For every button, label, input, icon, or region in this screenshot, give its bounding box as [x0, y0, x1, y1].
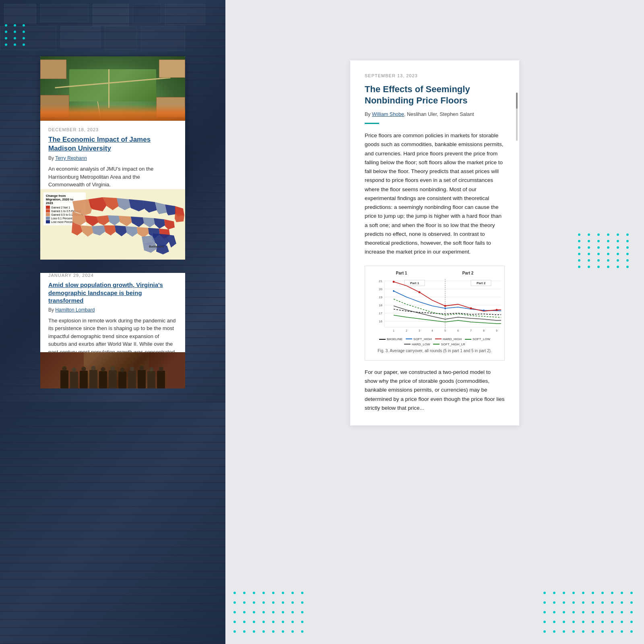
- article-hero-image: [40, 56, 185, 121]
- article-1-author-link[interactable]: Terry Rephann: [55, 155, 87, 161]
- svg-point-67: [496, 309, 498, 311]
- chart-part2-label: Part 2: [435, 271, 501, 275]
- svg-point-63: [393, 281, 395, 283]
- svg-marker-15: [154, 218, 165, 229]
- svg-marker-5: [143, 200, 157, 213]
- scrollbar-thumb[interactable]: [516, 93, 518, 109]
- svg-marker-11: [108, 215, 120, 225]
- svg-marker-13: [131, 217, 144, 227]
- svg-marker-12: [119, 216, 132, 226]
- legend-soft-high-label: SOFT_HIGH: [413, 337, 432, 341]
- article-detail-card: SEPTEMBER 13, 2023 The Effects of Seemin…: [350, 60, 519, 425]
- svg-marker-21: [115, 225, 127, 236]
- svg-marker-18: [80, 225, 93, 237]
- legend-soft-low: SOFT_LOW: [465, 337, 490, 341]
- article-1-title[interactable]: The Economic Impact of James Madison Uni…: [48, 135, 177, 153]
- legend-soft-low-label: SOFT_LOW: [473, 337, 490, 341]
- article-author-link[interactable]: William Shobe: [372, 111, 404, 117]
- svg-marker-19: [92, 225, 105, 235]
- svg-marker-4: [129, 199, 145, 211]
- right-panel: SEPTEMBER 13, 2023 The Effects of Seemin…: [225, 0, 644, 644]
- svg-marker-23: [137, 227, 149, 237]
- article-detail-date: SEPTEMBER 13, 2023: [365, 73, 505, 78]
- article-detail-authors: By William Shobe, Neslihan Uler, Stephen…: [365, 111, 505, 117]
- dots-decoration-left: [5, 24, 27, 46]
- virginia-map-image: Change fromMigration, 2020 to2023 Gained…: [40, 189, 185, 260]
- group-photo: [40, 352, 185, 388]
- article-divider: [365, 123, 379, 124]
- svg-text:6: 6: [457, 329, 459, 332]
- article-body-2: For our paper, we constructed a two-peri…: [365, 368, 505, 413]
- svg-point-64: [419, 291, 421, 293]
- svg-marker-3: [117, 198, 131, 210]
- svg-text:21: 21: [379, 279, 382, 283]
- article-1-author: By Terry Rephann: [48, 155, 177, 161]
- article-2-date: JANUARY 29, 2024: [48, 273, 177, 278]
- line-chart-svg: 21 20 19 18 17 16 1 2 3 4 5 6 7 8 9 10: [368, 277, 501, 333]
- svg-text:18: 18: [379, 303, 382, 307]
- svg-text:Part 2: Part 2: [477, 281, 486, 285]
- dots-bottom-right: [543, 592, 636, 636]
- svg-marker-20: [104, 225, 116, 235]
- legend-baseline: BASELINE: [379, 337, 402, 341]
- dots-right-decoration: [578, 233, 632, 268]
- svg-text:1: 1: [393, 329, 394, 332]
- chart-part-labels: Part 1 Part 2: [368, 271, 501, 275]
- svg-marker-10: [97, 215, 109, 225]
- svg-text:5: 5: [444, 329, 446, 332]
- article-card-2-content: JANUARY 29, 2024 Amid slow population gr…: [40, 273, 185, 364]
- legend-hard-low-label: HARD_LOW: [412, 343, 430, 346]
- svg-text:19: 19: [379, 295, 382, 299]
- svg-marker-9: [85, 215, 99, 226]
- article-detail-title: The Effects of Seemingly Nonbinding Pric…: [365, 84, 505, 106]
- article-1-excerpt: An economic analysis of JMU's impact on …: [48, 165, 177, 189]
- legend-hard-low: HARD_LOW: [404, 343, 430, 346]
- svg-text:4: 4: [431, 329, 433, 332]
- legend-soft-high-lr: SOFT_HIGH_LR: [433, 343, 465, 346]
- svg-text:9: 9: [496, 329, 497, 332]
- svg-text:20: 20: [379, 287, 382, 291]
- svg-marker-6: [155, 202, 167, 214]
- article-2-author: By Hamilton Lombard: [48, 307, 177, 313]
- article-card-3: [40, 352, 185, 388]
- svg-marker-14: [143, 217, 155, 227]
- svg-text:8: 8: [483, 329, 485, 332]
- svg-point-69: [393, 290, 394, 292]
- svg-point-66: [470, 307, 472, 309]
- article-2-title[interactable]: Amid slow population growth, Virginia's …: [48, 281, 177, 305]
- chart-container: Part 1 Part 2 21 20 19: [365, 266, 505, 361]
- legend-baseline-label: BASELINE: [387, 337, 402, 341]
- svg-text:Baltimore: Baltimore: [149, 245, 164, 248]
- svg-text:17: 17: [379, 312, 382, 315]
- svg-text:16: 16: [379, 320, 382, 323]
- svg-text:Part 1: Part 1: [410, 281, 419, 285]
- map-card: Change fromMigration, 2020 to2023 Gained…: [40, 189, 185, 260]
- scrollbar[interactable]: [516, 93, 518, 141]
- map-svg: Baltimore: [40, 189, 185, 260]
- svg-text:2: 2: [406, 329, 407, 332]
- legend-soft-high-lr-label: SOFT_HIGH_LR: [441, 343, 465, 346]
- chart-part1-label: Part 1: [368, 271, 435, 275]
- svg-text:3: 3: [419, 329, 420, 332]
- chart-svg-wrapper: 21 20 19 18 17 16 1 2 3 4 5 6 7 8 9 10: [368, 277, 501, 335]
- svg-marker-7: [165, 204, 176, 215]
- legend-soft-high: SOFT_HIGH: [406, 337, 432, 341]
- article-author-rest: , Neslihan Uler, Stephen Salant: [404, 111, 474, 117]
- chart-caption: Fig. 3. Average carryover, all rounds (5…: [368, 349, 501, 353]
- chart-legend: BASELINE SOFT_HIGH HARD_HIGH SOFT_LOW HA…: [368, 337, 501, 346]
- svg-marker-22: [126, 226, 138, 237]
- article-2-author-link[interactable]: Hamilton Lombard: [55, 307, 95, 313]
- dots-bottom-left: [233, 592, 307, 636]
- svg-point-70: [444, 308, 446, 309]
- legend-hard-high: HARD_HIGH: [435, 337, 462, 341]
- svg-point-65: [444, 305, 446, 307]
- article-by-label: By: [365, 111, 372, 117]
- article-card-1-content: DECEMBER 18, 2023 The Economic Impact of…: [40, 121, 185, 195]
- svg-point-71: [483, 310, 485, 311]
- article-body-1: Price floors are common policies in mark…: [365, 131, 505, 257]
- article-1-date: DECEMBER 18, 2023: [48, 127, 177, 132]
- svg-text:7: 7: [470, 329, 472, 332]
- legend-hard-high-label: HARD_HIGH: [443, 337, 462, 341]
- svg-marker-16: [164, 219, 175, 229]
- article-card-1: DECEMBER 18, 2023 The Economic Impact of…: [40, 56, 185, 195]
